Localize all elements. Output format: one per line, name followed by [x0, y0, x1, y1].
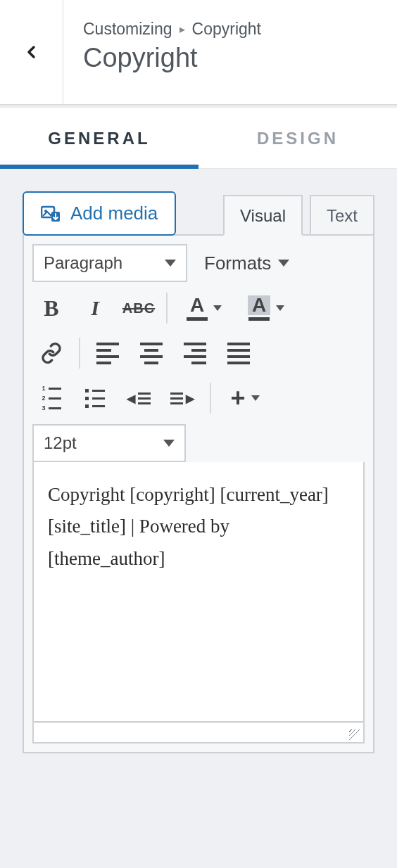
breadcrumb-root: Customizing — [83, 20, 172, 39]
align-left-icon — [96, 343, 119, 364]
align-justify-button[interactable] — [220, 334, 258, 372]
bold-button[interactable]: B — [32, 289, 70, 327]
section-tabs: GENERAL DESIGN — [0, 107, 397, 169]
breadcrumb: Customizing ▸ Copyright — [83, 20, 261, 39]
background-color-icon: A — [248, 295, 270, 321]
editor-content-area[interactable]: Copyright [copyright] [current_year] [si… — [32, 462, 365, 722]
strikethrough-icon: ABC — [122, 300, 155, 317]
editor-mode-tabs: Visual Text — [223, 195, 374, 236]
tab-design[interactable]: DESIGN — [198, 108, 397, 168]
strikethrough-button[interactable]: ABC — [120, 289, 158, 327]
bulleted-list-icon — [85, 389, 105, 408]
resize-handle[interactable] — [349, 729, 360, 741]
outdent-button[interactable]: ◀ — [120, 379, 158, 417]
chevron-left-icon — [23, 44, 40, 60]
editor-statusbar — [32, 722, 365, 743]
insert-dropdown[interactable]: + — [220, 379, 270, 417]
indent-button[interactable]: ▶ — [163, 379, 201, 417]
link-icon — [40, 342, 63, 364]
align-right-button[interactable] — [176, 334, 214, 372]
page-title: Copyright — [83, 43, 261, 73]
caret-down-icon — [276, 305, 284, 311]
editor-tab-visual[interactable]: Visual — [223, 195, 303, 236]
font-size-value: 12pt — [44, 433, 77, 453]
header-titles: Customizing ▸ Copyright Copyright — [63, 0, 261, 104]
panel-body: Add media Visual Text Paragraph Formats … — [0, 169, 397, 776]
toolbar-row-4: 1 2 3 ◀ ▶ + — [32, 379, 365, 417]
align-left-button[interactable] — [89, 334, 127, 372]
breadcrumb-current: Copyright — [192, 20, 261, 39]
editor-header-row: Add media Visual Text — [23, 191, 374, 236]
align-center-icon — [140, 343, 163, 364]
media-icon — [41, 205, 61, 223]
font-size-select[interactable]: 12pt — [32, 424, 186, 462]
caret-down-icon — [163, 440, 175, 447]
breadcrumb-separator-icon: ▸ — [179, 23, 185, 36]
block-format-value: Paragraph — [44, 253, 122, 273]
numbered-list-button[interactable]: 1 2 3 — [32, 379, 70, 417]
outdent-icon: ◀ — [127, 392, 151, 405]
toolbar-row-5: 12pt — [32, 424, 365, 462]
plus-icon: + — [230, 385, 245, 411]
customizer-header: Customizing ▸ Copyright Copyright — [0, 0, 397, 106]
text-color-button[interactable]: A — [176, 289, 232, 327]
toolbar-row-2: B I ABC A A — [32, 289, 365, 327]
numbered-list-icon: 1 2 3 — [42, 385, 61, 411]
bulleted-list-button[interactable] — [76, 379, 114, 417]
toolbar-row-1: Paragraph Formats — [32, 244, 365, 282]
indent-icon: ▶ — [170, 392, 194, 405]
formats-dropdown[interactable]: Formats — [193, 244, 296, 282]
toolbar-row-3 — [32, 334, 365, 372]
add-media-button[interactable]: Add media — [23, 191, 176, 236]
block-format-select[interactable]: Paragraph — [32, 244, 187, 282]
caret-down-icon — [278, 260, 289, 267]
caret-down-icon — [213, 305, 222, 311]
editor-tab-text[interactable]: Text — [310, 195, 374, 236]
align-justify-icon — [227, 343, 250, 364]
toolbar-separator — [166, 293, 168, 324]
toolbar-separator — [79, 338, 80, 369]
align-right-icon — [184, 343, 206, 364]
caret-down-icon — [251, 395, 260, 401]
tab-general[interactable]: GENERAL — [0, 108, 198, 168]
toolbar-separator — [210, 383, 211, 414]
caret-down-icon — [165, 260, 176, 267]
align-center-button[interactable] — [132, 334, 170, 372]
text-color-icon: A — [187, 295, 208, 321]
editor-toolbar: Paragraph Formats B I ABC A A — [23, 234, 374, 753]
italic-button[interactable]: I — [76, 289, 114, 327]
italic-icon: I — [91, 296, 99, 320]
back-button[interactable] — [0, 0, 63, 104]
formats-label: Formats — [204, 253, 271, 274]
bold-icon: B — [44, 295, 58, 321]
add-media-label: Add media — [70, 203, 158, 224]
insert-link-button[interactable] — [32, 334, 70, 372]
background-color-button[interactable]: A — [238, 289, 294, 327]
